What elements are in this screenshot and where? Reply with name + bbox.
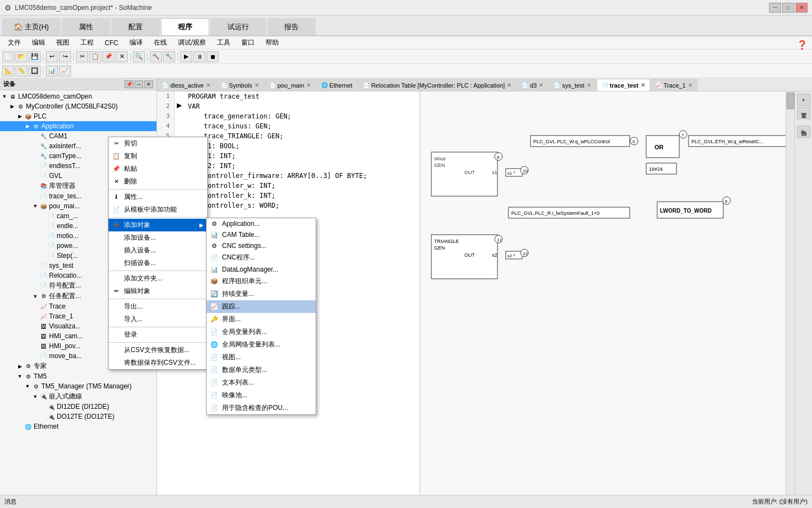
tb-pause[interactable]: ⏸ (193, 51, 205, 62)
sub-cam-table[interactable]: 📊CAM Table... (207, 229, 316, 240)
tab-close-button[interactable]: ✕ (255, 82, 259, 88)
editor-tab-undefined[interactable]: 📄dless_active✕ (157, 79, 215, 91)
tab-close-button[interactable]: ✕ (539, 82, 543, 88)
tab-run[interactable]: 试运行 (210, 18, 266, 35)
sub-view[interactable]: 📄视图... (207, 351, 316, 364)
tree-expand-icon[interactable]: ▶ (24, 123, 31, 129)
tab-close-button[interactable]: ✕ (641, 82, 645, 88)
tab-attr[interactable]: 属性 (62, 18, 110, 35)
menu-view[interactable]: 视图 (52, 37, 74, 48)
tree-expand-icon[interactable]: ▼ (1, 93, 8, 100)
tree-item[interactable]: 🌐Ethernet (0, 421, 156, 431)
ctx-add-object[interactable]: ➕添加对象 ▶ (109, 219, 207, 231)
tree-expand-icon[interactable]: ▼ (24, 383, 31, 390)
toolbox-button[interactable]: 🔧 (797, 126, 810, 138)
sidebar-pin-btn[interactable]: 📌 (124, 80, 133, 88)
sub-dut[interactable]: 📄数据单元类型... (207, 364, 316, 376)
tb-build[interactable]: 🔨 (150, 51, 162, 62)
tree-item[interactable]: ▼🔌嵌入式總線 (0, 391, 156, 402)
tb2-5[interactable]: 📈 (59, 66, 71, 77)
ctx-properties[interactable]: ℹ属性... (109, 191, 207, 203)
tb-cut[interactable]: ✂ (76, 51, 88, 62)
menu-file[interactable]: 文件 (3, 37, 25, 48)
tab-prog[interactable]: 程序 (161, 18, 209, 35)
ctx-save-csv[interactable]: 将数据保存到CSV文件... (109, 356, 207, 369)
sub-persistent[interactable]: 🔄持续变量... (207, 288, 316, 300)
sidebar-min-btn[interactable]: ─ (134, 80, 143, 88)
tree-item[interactable]: ▼🖥LMC058demo_camOpen (0, 91, 156, 101)
menu-help[interactable]: 帮助 (261, 37, 283, 48)
menu-project[interactable]: 工程 (76, 37, 98, 48)
zoom-out-button[interactable]: - (797, 107, 810, 119)
tb2-4[interactable]: 📊 (46, 66, 58, 77)
editor-tab-undefined[interactable]: 📄Relocation Table [MyController: PLC : A… (358, 79, 517, 91)
tree-item[interactable]: 🔌DI12DE (DI12DE) (0, 402, 156, 412)
ctx-import[interactable]: 导入... (109, 313, 207, 326)
tb-search[interactable]: 🔍 (133, 51, 145, 62)
editor-tab-undefined[interactable]: 📄trace_test✕ (597, 79, 650, 91)
menu-edit[interactable]: 编辑 (28, 37, 50, 48)
menu-compile[interactable]: 编译 (125, 37, 147, 48)
sub-pou[interactable]: 📦程序组织单元... (207, 275, 316, 288)
editor-tab-undefined[interactable]: 📈Trace_1✕ (651, 79, 697, 91)
editor-tab-undefined[interactable]: 📄sys_test✕ (549, 79, 596, 91)
tree-item[interactable]: ▶📦PLC (0, 111, 156, 121)
tab-close-button[interactable]: ✕ (306, 82, 311, 88)
close-button[interactable]: ✕ (795, 3, 808, 13)
tb-rebuild[interactable]: 🔧 (163, 51, 175, 62)
tree-item[interactable]: ▶⚙Application (0, 121, 156, 131)
menu-window[interactable]: 窗口 (237, 37, 259, 48)
editor-tab-undefined[interactable]: 📄Symbols✕ (216, 79, 264, 91)
sub-gvl[interactable]: 📄全局变量列表... (207, 326, 316, 338)
code-text[interactable]: trace_sinus: GEN; (183, 121, 272, 131)
tree-item[interactable]: 🔌DO12TE (DO12TE) (0, 412, 156, 421)
code-text[interactable]: PROGRAM trace_test (183, 91, 259, 101)
sub-cnc-settings[interactable]: ⚙CNC settings... (207, 240, 316, 251)
diagram-panel[interactable]: sinus GEN OUT s1 s1 ⁰ 8 10 PLC_GVL.PLC_W… (420, 91, 794, 495)
ctx-export[interactable]: 导出... (109, 300, 207, 313)
sidebar-close-btn[interactable]: ✕ (144, 80, 153, 88)
minimize-button[interactable]: ─ (769, 3, 781, 13)
editor-tab-undefined[interactable]: 🌐Ethernet (316, 79, 358, 91)
ctx-cut[interactable]: ✂剪切 (109, 137, 207, 150)
ctx-delete[interactable]: ✕删除 (109, 175, 207, 188)
tb-open[interactable]: 📂 (15, 51, 28, 62)
tree-expand-icon[interactable]: ▼ (17, 373, 23, 380)
ctx-insert-device[interactable]: 插入设备... (109, 244, 207, 257)
menu-cfc[interactable]: CFC (100, 38, 123, 48)
code-text[interactable]: VAR (183, 101, 200, 111)
tb-redo[interactable]: ↪ (59, 51, 71, 62)
tree-expand-icon[interactable]: ▶ (17, 363, 23, 370)
sub-cnc-program[interactable]: 📄CNC程序... (207, 251, 316, 264)
tree-expand-icon[interactable]: ▶ (17, 113, 23, 120)
tb2-2[interactable]: 📏 (15, 66, 28, 77)
sub-trace[interactable]: 📈跟踪... (207, 300, 316, 313)
editor-tab-undefined[interactable]: 📄d3✕ (517, 79, 548, 91)
ctx-scan-device[interactable]: 扫描设备... (109, 257, 207, 269)
tb-stop[interactable]: ⏹ (207, 51, 219, 62)
tb-new[interactable]: 📄 (2, 51, 14, 62)
tb-delete[interactable]: ✕ (116, 51, 128, 62)
code-text[interactable]: trace_generation: GEN; (183, 111, 291, 121)
sub-interface[interactable]: 🔑界面... (207, 313, 316, 326)
tree-item[interactable]: ▶⚙MyController (LMC058LF42S0) (0, 101, 156, 111)
menu-debug[interactable]: 调试/观察 (174, 37, 210, 48)
tb2-1[interactable]: 📐 (2, 66, 14, 77)
menu-tools[interactable]: 工具 (213, 37, 235, 48)
tab-close-button[interactable]: ✕ (587, 82, 591, 88)
tab-home[interactable]: 🏠 主页(H) (2, 18, 61, 35)
tb-undo[interactable]: ↩ (46, 51, 58, 62)
help-button[interactable]: ❓ (797, 40, 808, 50)
tree-expand-icon[interactable]: ▼ (32, 293, 39, 300)
sub-image-pool[interactable]: 📄映像池... (207, 389, 316, 402)
ctx-edit-object[interactable]: ✏编辑对象 (109, 285, 207, 298)
ctx-add-device[interactable]: 添加设备... (109, 231, 207, 244)
sub-network-gvl[interactable]: 🌐全局网络变量列表... (207, 338, 316, 351)
ctx-paste[interactable]: 📌粘贴 (109, 163, 207, 175)
tree-expand-icon[interactable]: ▼ (32, 203, 39, 209)
ctx-add-from-template[interactable]: 📄从模板中添加功能 (109, 203, 207, 216)
sub-text-list[interactable]: 📄文本列表... (207, 376, 316, 389)
tree-item[interactable]: ▼⚙TM5_Manager (TM5 Manager) (0, 381, 156, 391)
maximize-button[interactable]: □ (782, 3, 794, 13)
tb-run[interactable]: ▶ (180, 51, 192, 62)
